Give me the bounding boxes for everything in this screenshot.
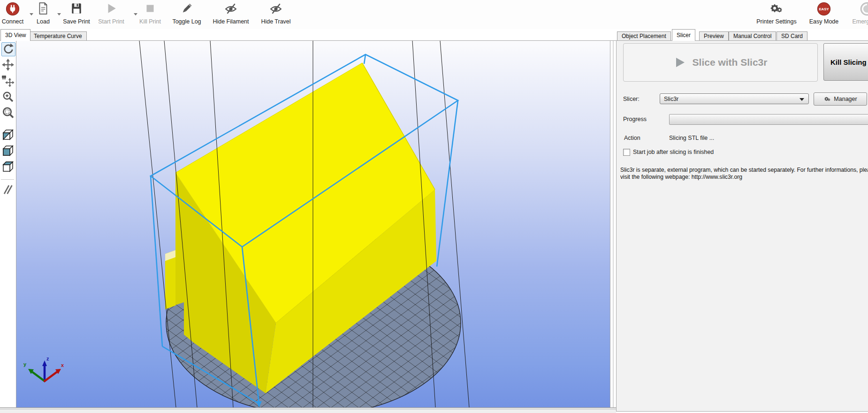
slice-button-label: Slice with Slic3r bbox=[693, 57, 768, 68]
printer-settings-label: Printer Settings bbox=[751, 18, 802, 25]
slice-play-icon bbox=[674, 56, 686, 69]
3d-scene-canvas: x y z bbox=[16, 41, 610, 407]
slicing-progress-bar bbox=[669, 114, 868, 125]
start-job-checkbox[interactable] bbox=[623, 149, 630, 156]
slicer-field-label: Slicer: bbox=[623, 96, 640, 102]
emergency-icon bbox=[841, 2, 868, 18]
tab-slicer-label: Slicer bbox=[677, 32, 691, 38]
eye-slash-icon bbox=[205, 2, 257, 18]
3d-viewport[interactable]: x y z bbox=[16, 41, 610, 409]
tab-sd-card-label: SD Card bbox=[781, 33, 803, 39]
view-tabstrip: 3D View Temperature Curve bbox=[0, 29, 610, 40]
printer-settings-button[interactable]: Printer Settings bbox=[751, 2, 802, 25]
slic3r-info-text: Slic3r is separate, external program, wh… bbox=[620, 167, 868, 181]
top-cube-icon bbox=[2, 161, 14, 173]
action-label: Action bbox=[624, 135, 640, 141]
axis-label-x: x bbox=[61, 362, 64, 368]
chevron-down-icon bbox=[799, 98, 804, 101]
tab-manual-control-label: Manual Control bbox=[733, 33, 771, 39]
horizontal-splitter[interactable] bbox=[0, 407, 616, 413]
repetier-host-window: Connect Load bbox=[0, 0, 868, 413]
tab-preview-label: Preview bbox=[704, 33, 724, 39]
zoom-tool-button[interactable] bbox=[1, 90, 15, 104]
view-front-button[interactable] bbox=[1, 144, 15, 158]
gears-icon bbox=[751, 2, 802, 18]
zoom-fit-button[interactable] bbox=[1, 106, 15, 120]
tab-object-placement[interactable]: Object Placement bbox=[617, 31, 671, 40]
eye-slash-icon bbox=[250, 2, 302, 18]
control-tabstrip: Object Placement Slicer Preview Manual C… bbox=[616, 29, 868, 40]
action-value: Slicing STL file ... bbox=[669, 135, 714, 141]
parallel-lines-icon bbox=[2, 184, 14, 196]
info-line-2: visit the following webpage: http://www.… bbox=[620, 174, 868, 181]
front-cube-icon bbox=[2, 145, 14, 157]
manager-button[interactable]: Manager bbox=[814, 92, 867, 106]
progress-label: Progress bbox=[623, 116, 647, 122]
slicer-select-value: Slic3r bbox=[664, 96, 678, 102]
move-object-icon bbox=[2, 75, 14, 87]
kill-slicing-label: Kill Slicing bbox=[830, 58, 867, 66]
view-top-button[interactable] bbox=[1, 160, 15, 174]
rotate-icon bbox=[2, 43, 14, 55]
svg-text:EASY: EASY bbox=[819, 7, 829, 11]
hide-filament-label: Hide Filament bbox=[205, 18, 257, 25]
hide-travel-label: Hide Travel bbox=[250, 18, 302, 25]
vertical-splitter[interactable] bbox=[610, 41, 617, 407]
parallel-projection-button[interactable] bbox=[1, 183, 15, 197]
tool-separator bbox=[1, 179, 14, 180]
hide-travel-button[interactable]: Hide Travel bbox=[250, 2, 302, 25]
start-job-checkbox-label: Start job after slicing is finished bbox=[633, 149, 714, 155]
hide-filament-button[interactable]: Hide Filament bbox=[205, 2, 257, 25]
slicer-panel: Slice with Slic3r Kill Slicing Slicer: S… bbox=[616, 40, 868, 412]
zoom-fit-icon bbox=[2, 107, 14, 119]
axis-label-y: y bbox=[23, 361, 27, 367]
move-viewport-button[interactable] bbox=[1, 58, 15, 72]
move-arrows-icon bbox=[2, 59, 14, 71]
main-toolbar: Connect Load bbox=[0, 0, 868, 29]
tab-slicer[interactable]: Slicer bbox=[672, 29, 695, 41]
kill-slicing-button[interactable]: Kill Slicing bbox=[823, 43, 868, 81]
slice-button[interactable]: Slice with Slic3r bbox=[623, 43, 818, 82]
view-isometric-button[interactable] bbox=[1, 128, 15, 142]
tab-preview[interactable]: Preview bbox=[699, 31, 729, 40]
move-object-button[interactable] bbox=[1, 74, 15, 88]
rotate-tool-button[interactable] bbox=[1, 42, 15, 56]
emergency-label: Emergency bbox=[841, 18, 868, 25]
view-tool-palette bbox=[0, 41, 16, 407]
tab-temperature-curve-label: Temperature Curve bbox=[34, 33, 82, 39]
tab-3d-view-label: 3D View bbox=[5, 32, 26, 38]
tab-manual-control[interactable]: Manual Control bbox=[729, 31, 776, 40]
zoom-in-icon bbox=[2, 91, 14, 103]
slicer-select[interactable]: Slic3r bbox=[660, 93, 809, 104]
info-line-1: Slic3r is separate, external program, wh… bbox=[620, 167, 868, 174]
tab-temperature-curve[interactable]: Temperature Curve bbox=[29, 31, 87, 40]
isometric-cube-icon bbox=[2, 129, 14, 141]
manager-gears-icon bbox=[823, 96, 831, 103]
axis-label-z: z bbox=[46, 356, 49, 361]
tab-object-placement-label: Object Placement bbox=[622, 33, 666, 39]
emergency-button[interactable]: Emergency bbox=[841, 2, 868, 25]
tab-sd-card[interactable]: SD Card bbox=[777, 31, 807, 40]
manager-button-label: Manager bbox=[834, 96, 857, 102]
tab-3d-view[interactable]: 3D View bbox=[0, 29, 30, 41]
